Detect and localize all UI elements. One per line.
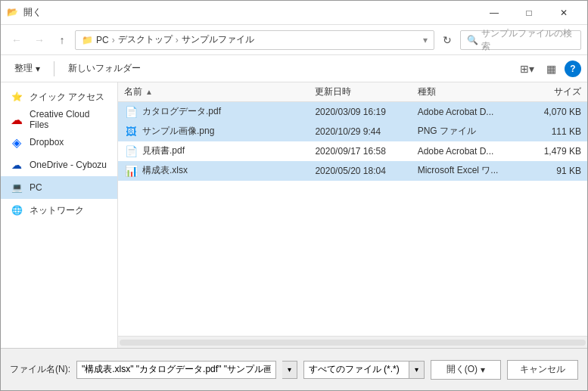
cancel-button[interactable]: キャンセル	[507, 360, 578, 380]
main-content: ⭐ クイック アクセス ☁ Creative Cloud Files ◈ Dro…	[1, 82, 587, 348]
header-size[interactable]: サイズ	[527, 85, 581, 98]
pdf-icon-2: 📄	[124, 144, 138, 158]
folder-icon: 📁	[82, 35, 93, 45]
table-row[interactable]: 📄 カタログデータ.pdf 2020/03/09 16:19 Adobe Acr…	[118, 102, 587, 122]
file-type: Adobe Acrobat D...	[418, 107, 527, 117]
search-box[interactable]: 🔍 サンプルファイルの検索	[460, 30, 581, 50]
file-date: 2020/05/20 18:04	[315, 166, 417, 176]
file-name-cell: 🖼 サンプル画像.png	[124, 125, 315, 138]
sidebar-label-dropbox: Dropbox	[30, 137, 64, 147]
filetype-input[interactable]	[303, 361, 409, 379]
path-text: PC › デスクトップ › サンプルファイル	[96, 33, 420, 46]
onedrive-icon: ☁	[10, 158, 23, 172]
file-name: 見積書.pdf	[142, 144, 185, 157]
sidebar-label-creative-cloud: Creative Cloud Files	[30, 109, 108, 130]
header-name[interactable]: 名前 ▲	[124, 85, 315, 98]
table-row[interactable]: 📊 構成表.xlsx 2020/05/20 18:04 Microsoft Ex…	[118, 161, 587, 181]
new-folder-button[interactable]: 新しいフォルダー	[61, 58, 148, 79]
file-name-cell: 📄 カタログデータ.pdf	[124, 105, 315, 119]
filename-dropdown-arrow[interactable]: ▾	[282, 361, 297, 379]
forward-button[interactable]: →	[30, 30, 49, 50]
pc-icon: 💻	[10, 181, 23, 194]
dropbox-icon: ◈	[10, 135, 23, 149]
address-bar: ← → ↑ 📁 PC › デスクトップ › サンプルファイル ▾ ↻ 🔍 サンプ…	[1, 25, 587, 55]
organize-label: 整理	[14, 62, 33, 75]
view-toggle-button[interactable]: ⊞▾	[516, 58, 537, 79]
header-size-label: サイズ	[554, 86, 581, 97]
file-list-container: 名前 ▲ 更新日時 種類 サイズ 📄 カタログデータ.pdf	[118, 82, 587, 348]
file-open-dialog: 📂 開く — □ ✕ ← → ↑ 📁 PC › デスクトップ › サンプルファイ…	[0, 0, 588, 391]
file-list-header: 名前 ▲ 更新日時 種類 サイズ	[118, 82, 587, 102]
file-size: 4,070 KB	[527, 107, 581, 117]
file-size: 111 KB	[527, 126, 581, 137]
sidebar-label-pc: PC	[30, 182, 42, 193]
maximize-button[interactable]: □	[512, 1, 546, 25]
path-pc: PC	[96, 35, 109, 45]
header-type[interactable]: 種類	[418, 85, 527, 98]
pdf-icon: 📄	[124, 105, 138, 119]
window-title: 開く	[23, 6, 477, 19]
organize-button[interactable]: 整理 ▾	[7, 58, 48, 79]
sidebar-item-pc[interactable]: 💻 PC	[1, 176, 117, 199]
toolbar-separator	[54, 61, 54, 76]
horizontal-scrollbar[interactable]	[118, 336, 587, 348]
refresh-button[interactable]: ↻	[437, 30, 457, 50]
open-arrow: ▾	[481, 365, 485, 375]
open-button[interactable]: 開く(O) ▾	[431, 360, 501, 380]
filetype-dropdown-arrow[interactable]: ▾	[409, 361, 425, 379]
file-type: Adobe Acrobat D...	[418, 146, 527, 157]
path-sep-2: ›	[176, 35, 179, 45]
sort-arrow: ▲	[145, 88, 153, 96]
sidebar-label-network: ネットワーク	[30, 204, 84, 217]
file-type: Microsoft Excel ワ...	[418, 164, 527, 177]
search-icon: 🔍	[467, 35, 478, 45]
file-date: 2020/09/17 16:58	[315, 146, 417, 157]
file-date: 2020/10/29 9:44	[315, 126, 417, 137]
window-controls: — □ ✕	[477, 1, 581, 25]
open-label: 開く(O)	[446, 363, 478, 376]
window-icon: 📂	[7, 7, 19, 19]
toolbar: 整理 ▾ 新しいフォルダー ⊞▾ ▦ ?	[1, 55, 587, 82]
back-button[interactable]: ←	[7, 30, 26, 50]
creative-cloud-icon: ☁	[10, 113, 23, 126]
header-date-label: 更新日時	[315, 86, 351, 97]
sidebar-label-quick-access: クイック アクセス	[30, 91, 104, 104]
network-icon: 🌐	[10, 203, 23, 217]
file-name-cell: 📄 見積書.pdf	[124, 144, 315, 158]
file-name: サンプル画像.png	[142, 125, 214, 138]
file-type: PNG ファイル	[418, 125, 527, 138]
header-type-label: 種類	[418, 86, 436, 97]
sidebar-item-dropbox[interactable]: ◈ Dropbox	[1, 131, 117, 154]
header-name-label: 名前	[124, 85, 142, 98]
toolbar-right: ⊞▾ ▦ ?	[516, 58, 581, 79]
address-path[interactable]: 📁 PC › デスクトップ › サンプルファイル ▾	[75, 30, 434, 50]
sidebar-label-onedrive: OneDrive - Cybozu	[30, 160, 107, 170]
sidebar-item-network[interactable]: 🌐 ネットワーク	[1, 199, 117, 222]
close-button[interactable]: ✕	[546, 1, 581, 25]
filename-input[interactable]	[76, 361, 276, 379]
minimize-button[interactable]: —	[477, 1, 512, 25]
quick-access-icon: ⭐	[10, 90, 23, 104]
file-name: 構成表.xlsx	[142, 164, 188, 177]
pane-button[interactable]: ▦	[540, 58, 562, 79]
view-icon: ⊞▾	[520, 63, 534, 75]
file-size: 1,479 KB	[527, 146, 581, 157]
file-date: 2020/03/09 16:19	[315, 107, 417, 117]
header-date[interactable]: 更新日時	[315, 85, 417, 98]
sidebar-item-quick-access[interactable]: ⭐ クイック アクセス	[1, 85, 117, 108]
help-button[interactable]: ?	[565, 61, 581, 77]
sidebar: ⭐ クイック アクセス ☁ Creative Cloud Files ◈ Dro…	[1, 82, 118, 348]
filetype-select: ▾	[303, 361, 425, 379]
sidebar-item-onedrive[interactable]: ☁ OneDrive - Cybozu	[1, 154, 117, 176]
path-sep-1: ›	[112, 35, 115, 45]
organize-arrow: ▾	[36, 64, 40, 74]
path-desktop: デスクトップ	[118, 33, 173, 46]
file-size: 91 KB	[527, 166, 581, 176]
pane-icon: ▦	[546, 63, 556, 75]
path-sample: サンプルファイル	[182, 33, 254, 46]
up-button[interactable]: ↑	[52, 30, 72, 50]
png-icon: 🖼	[124, 125, 138, 138]
table-row[interactable]: 📄 見積書.pdf 2020/09/17 16:58 Adobe Acrobat…	[118, 141, 587, 161]
table-row[interactable]: 🖼 サンプル画像.png 2020/10/29 9:44 PNG ファイル 11…	[118, 122, 587, 141]
sidebar-item-creative-cloud[interactable]: ☁ Creative Cloud Files	[1, 108, 117, 131]
